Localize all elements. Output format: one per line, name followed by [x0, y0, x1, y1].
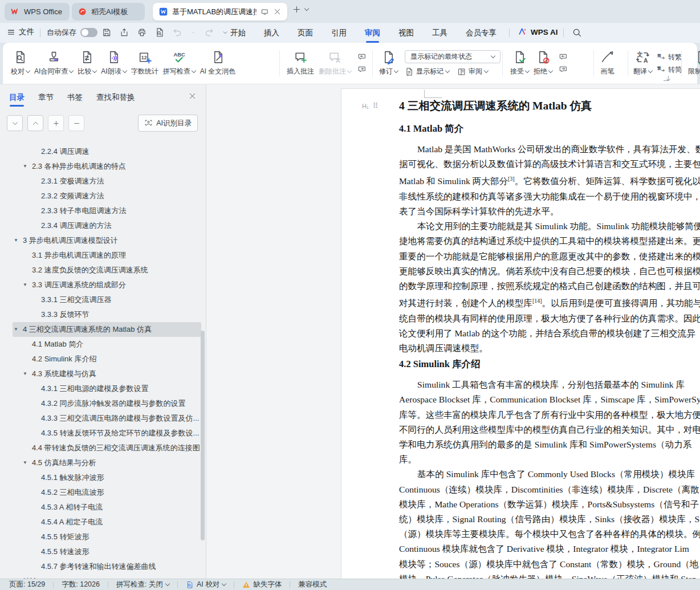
- chevron-sm-gray-icon[interactable]: [190, 29, 197, 36]
- 拼写检查-button[interactable]: ABC拼写检查: [161, 50, 198, 76]
- new-tab-icon[interactable]: [292, 5, 302, 14]
- toc-item[interactable]: ▼2.3 各种异步电机调速的特点: [0, 159, 206, 174]
- show-markup-button[interactable]: 显示标记: [405, 67, 449, 76]
- pane-tab-章节[interactable]: 章节: [38, 92, 54, 103]
- document-page[interactable]: H₁ ⠿ 4 三相交流调压调速系统的 Matlab 仿真 4.1 Matlab …: [341, 88, 700, 579]
- toc-item[interactable]: 4.3.3 三相交流调压电路的建模与参数设置及仿...: [0, 411, 206, 426]
- menu-审阅[interactable]: 审阅: [365, 28, 380, 38]
- translate-button[interactable]: 文A 翻译: [631, 50, 654, 76]
- redo-icon[interactable]: [204, 27, 214, 38]
- preview-icon[interactable]: [154, 27, 165, 38]
- missing-font-warning[interactable]: 缺失字体: [242, 580, 282, 589]
- collapse-arrow-icon[interactable]: ▼: [23, 455, 27, 470]
- chev-up-button[interactable]: [27, 115, 43, 131]
- toc-item[interactable]: ▼结论: [0, 574, 206, 579]
- toc-item[interactable]: 4.3.2 同步流脉冲触发器的建模与参数的设置: [0, 396, 206, 411]
- toc-item[interactable]: 4.2 Simulink 库介绍: [0, 352, 206, 367]
- group-expand-icon[interactable]: [664, 76, 669, 81]
- collapse-arrow-icon[interactable]: ▼: [23, 159, 27, 174]
- window-icon[interactable]: [261, 7, 269, 16]
- wps-ai-button[interactable]: WPS AI: [518, 27, 558, 37]
- close-tab-icon[interactable]: [273, 7, 282, 16]
- toc-item[interactable]: 2.3.4 调压调速的方法: [0, 218, 206, 233]
- AI朗读-button[interactable]: AI朗读: [99, 50, 128, 76]
- 校对-button[interactable]: 校对: [9, 50, 32, 76]
- toc-item[interactable]: 4.3.5 转速反馈环节及给定环节的建模及参数设...: [0, 426, 206, 441]
- collapse-arrow-icon[interactable]: ▼: [23, 278, 27, 292]
- print-icon[interactable]: [137, 27, 147, 38]
- toc-item[interactable]: 3.3.3 反馈环节: [0, 307, 206, 322]
- browser-tab[interactable]: 稻壳AI模板: [72, 3, 145, 21]
- chevron-sm-icon[interactable]: [222, 29, 229, 36]
- 比较-button[interactable]: 比较: [75, 50, 99, 76]
- search-icon[interactable]: [572, 27, 582, 38]
- toc-item[interactable]: 3.3.1 三相交流调压器: [0, 292, 206, 307]
- word-count-indicator[interactable]: 字数: 12026: [62, 580, 100, 589]
- markup-state-dropdown[interactable]: 显示标记的最终状态: [405, 50, 500, 63]
- toc-item[interactable]: ▼4.3 系统建模与仿真: [0, 367, 206, 381]
- chev-down-button[interactable]: [7, 115, 23, 131]
- ai-proofread-button[interactable]: AI 校对: [186, 580, 226, 589]
- menu-工具[interactable]: 工具: [432, 28, 447, 38]
- toc-item[interactable]: 4.5.4 A 相定子电流: [0, 515, 206, 530]
- menu-视图[interactable]: 视图: [398, 28, 414, 38]
- AI合同审查-button[interactable]: AI合同审查: [32, 50, 75, 76]
- 字数统计-button[interactable]: 12字数统计: [129, 50, 161, 76]
- track-changes-button[interactable]: 修订: [377, 50, 400, 76]
- to-simplified-button[interactable]: 繁 转简: [657, 65, 682, 75]
- toc-item[interactable]: 4.4 带转速负反馈的三相交流调压调速系统的连接图: [0, 441, 206, 455]
- toc-item[interactable]: ▼3 异步电机调压调速模型设计: [0, 233, 206, 248]
- ai-recognize-toc-button[interactable]: AI识别目录: [138, 115, 198, 132]
- AI 全文润色-button[interactable]: AI 全文润色: [198, 50, 238, 76]
- plus-button[interactable]: [48, 115, 64, 131]
- to-traditional-button[interactable]: 简 转繁: [657, 52, 682, 62]
- menu-插入[interactable]: 插入: [264, 28, 279, 38]
- menu-页面[interactable]: 页面: [298, 28, 313, 38]
- spell-check-status[interactable]: 拼写检查: 关闭: [116, 580, 169, 589]
- collapse-arrow-icon[interactable]: ▼: [14, 322, 18, 337]
- pane-tab-书签[interactable]: 书签: [67, 92, 83, 103]
- menu-开始[interactable]: 开始: [230, 28, 246, 38]
- toc-item[interactable]: 2.3.2 变频调速方法: [0, 189, 206, 204]
- pen-button[interactable]: 画笔: [598, 50, 617, 76]
- close-pane-icon[interactable]: [188, 92, 197, 100]
- previous-change-icon[interactable]: [558, 52, 568, 62]
- drag-handle-icon[interactable]: ⠿: [373, 101, 378, 110]
- collapse-arrow-icon[interactable]: ▼: [14, 574, 18, 579]
- previous-comment-icon[interactable]: [357, 52, 367, 62]
- pane-tab-目录[interactable]: 目录: [9, 92, 25, 103]
- export-icon[interactable]: [119, 27, 129, 38]
- toc-item[interactable]: 2.2.4 调压调速: [0, 144, 206, 159]
- toc-item[interactable]: 3.2 速度负反馈的交流调压调速系统: [0, 263, 206, 278]
- next-comment-icon[interactable]: [357, 65, 367, 74]
- toc-item[interactable]: 4.5.2 三相电流波形: [0, 485, 206, 500]
- menu-引用[interactable]: 引用: [331, 28, 347, 38]
- collapse-arrow-icon[interactable]: ▼: [23, 367, 27, 381]
- toc-item[interactable]: 2.3.3 转子串电阻调速方法: [0, 204, 206, 218]
- toc-item[interactable]: ▼3.3 调压调速系统的组成部分: [0, 278, 206, 292]
- accept-button[interactable]: 接受: [508, 50, 531, 76]
- browser-tab[interactable]: 基于MATLAB的调压调速控制: [153, 3, 287, 21]
- toc-item[interactable]: 4.1 Matlab 简介: [0, 337, 206, 352]
- toc-item[interactable]: 4.5.5 转矩波形: [0, 530, 206, 544]
- tab-list-arrow-icon[interactable]: [304, 6, 309, 11]
- toc-item[interactable]: 4.5.1 触发脉冲波形: [0, 470, 206, 485]
- pane-tab-查找和替换[interactable]: 查找和替换: [96, 92, 135, 103]
- toc-item[interactable]: 4.3.1 三相电源的建模及参数设置: [0, 381, 206, 396]
- file-menu[interactable]: 文件: [7, 27, 34, 37]
- toc-item[interactable]: ▼4.5 仿真结果与分析: [0, 455, 206, 470]
- toc-item[interactable]: 4.5.3 A 相转子电流: [0, 500, 206, 515]
- toc-item[interactable]: 4.5.5 转速波形: [0, 544, 206, 559]
- toc-item[interactable]: 4.5.7 参考转速和输出转速偏差曲线: [0, 559, 206, 574]
- collapse-arrow-icon[interactable]: ▼: [14, 233, 18, 248]
- minus-button[interactable]: [68, 115, 84, 131]
- page-indicator[interactable]: 页面: 15/29: [9, 580, 45, 589]
- toc-item[interactable]: 2.3.1 变极调速方法: [0, 174, 206, 189]
- menu-会员专享[interactable]: 会员专享: [466, 28, 496, 38]
- reject-button[interactable]: 拒绝: [531, 50, 555, 76]
- restrict-editing-button[interactable]: 限制编辑: [686, 50, 700, 76]
- sidebar-scrollbar[interactable]: [201, 331, 205, 540]
- undo-icon[interactable]: [172, 27, 182, 38]
- toc-item[interactable]: 3.1 异步电机调压调速的原理: [0, 248, 206, 263]
- browser-tab[interactable]: WPS Office: [5, 3, 70, 21]
